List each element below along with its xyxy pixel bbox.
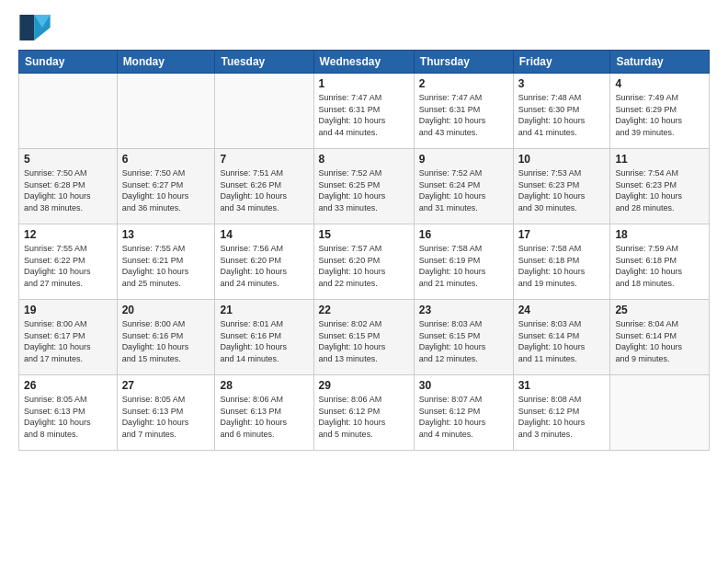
day-number: 28: [220, 379, 308, 392]
day-number: 22: [319, 304, 409, 316]
day-cell: [215, 74, 313, 149]
day-cell: 30Sunrise: 8:07 AM Sunset: 6:12 PM Dayli…: [414, 375, 513, 451]
weekday-header-sunday: Sunday: [19, 51, 118, 74]
day-cell: 14Sunrise: 7:56 AM Sunset: 6:20 PM Dayli…: [215, 224, 313, 300]
weekday-header-saturday: Saturday: [610, 51, 710, 74]
weekday-header-tuesday: Tuesday: [215, 51, 313, 74]
calendar: SundayMondayTuesdayWednesdayThursdayFrid…: [18, 50, 710, 451]
logo: [18, 15, 53, 40]
day-info: Sunrise: 7:53 AM Sunset: 6:23 PM Dayligh…: [518, 167, 606, 213]
day-number: 11: [615, 153, 704, 166]
day-number: 5: [24, 153, 112, 166]
day-info: Sunrise: 8:03 AM Sunset: 6:15 PM Dayligh…: [419, 318, 508, 364]
day-number: 8: [319, 153, 409, 166]
day-number: 25: [615, 304, 704, 316]
day-number: 23: [419, 304, 508, 316]
day-number: 13: [122, 228, 210, 241]
day-info: Sunrise: 7:50 AM Sunset: 6:28 PM Dayligh…: [24, 167, 112, 213]
day-cell: 21Sunrise: 8:01 AM Sunset: 6:16 PM Dayli…: [215, 300, 313, 375]
day-number: 15: [319, 228, 409, 241]
day-info: Sunrise: 8:01 AM Sunset: 6:16 PM Dayligh…: [220, 318, 308, 364]
day-number: 21: [220, 304, 308, 316]
day-info: Sunrise: 7:54 AM Sunset: 6:23 PM Dayligh…: [615, 167, 704, 213]
day-info: Sunrise: 8:00 AM Sunset: 6:16 PM Dayligh…: [122, 318, 210, 364]
day-cell: 9Sunrise: 7:52 AM Sunset: 6:24 PM Daylig…: [414, 149, 513, 224]
day-number: 16: [419, 228, 508, 241]
day-info: Sunrise: 8:05 AM Sunset: 6:13 PM Dayligh…: [24, 394, 112, 440]
day-number: 6: [122, 153, 210, 166]
day-cell: 25Sunrise: 8:04 AM Sunset: 6:14 PM Dayli…: [610, 300, 710, 375]
day-info: Sunrise: 7:50 AM Sunset: 6:27 PM Dayligh…: [122, 167, 210, 213]
day-info: Sunrise: 7:52 AM Sunset: 6:25 PM Dayligh…: [319, 167, 409, 213]
day-cell: 19Sunrise: 8:00 AM Sunset: 6:17 PM Dayli…: [19, 300, 118, 375]
day-number: 14: [220, 228, 308, 241]
day-info: Sunrise: 7:55 AM Sunset: 6:21 PM Dayligh…: [122, 243, 210, 289]
weekday-header-monday: Monday: [117, 51, 215, 74]
day-number: 7: [220, 153, 308, 166]
day-info: Sunrise: 8:07 AM Sunset: 6:12 PM Dayligh…: [419, 394, 508, 440]
day-info: Sunrise: 8:06 AM Sunset: 6:12 PM Dayligh…: [319, 394, 409, 440]
day-info: Sunrise: 7:47 AM Sunset: 6:31 PM Dayligh…: [419, 92, 508, 138]
day-cell: 26Sunrise: 8:05 AM Sunset: 6:13 PM Dayli…: [19, 375, 118, 451]
day-info: Sunrise: 8:02 AM Sunset: 6:15 PM Dayligh…: [319, 318, 409, 364]
day-number: 27: [122, 379, 210, 392]
day-number: 19: [24, 304, 112, 316]
day-cell: 17Sunrise: 7:58 AM Sunset: 6:18 PM Dayli…: [513, 224, 610, 300]
day-cell: 8Sunrise: 7:52 AM Sunset: 6:25 PM Daylig…: [313, 149, 414, 224]
day-info: Sunrise: 8:08 AM Sunset: 6:12 PM Dayligh…: [518, 394, 606, 440]
day-number: 18: [615, 228, 704, 241]
weekday-header-row: SundayMondayTuesdayWednesdayThursdayFrid…: [19, 51, 710, 74]
day-info: Sunrise: 7:51 AM Sunset: 6:26 PM Dayligh…: [220, 167, 308, 213]
day-info: Sunrise: 7:55 AM Sunset: 6:22 PM Dayligh…: [24, 243, 112, 289]
day-cell: 3Sunrise: 7:48 AM Sunset: 6:30 PM Daylig…: [513, 74, 610, 149]
day-cell: 6Sunrise: 7:50 AM Sunset: 6:27 PM Daylig…: [117, 149, 215, 224]
day-info: Sunrise: 8:03 AM Sunset: 6:14 PM Dayligh…: [518, 318, 606, 364]
day-cell: 7Sunrise: 7:51 AM Sunset: 6:26 PM Daylig…: [215, 149, 313, 224]
day-cell: 28Sunrise: 8:06 AM Sunset: 6:13 PM Dayli…: [215, 375, 313, 451]
week-row-2: 5Sunrise: 7:50 AM Sunset: 6:28 PM Daylig…: [19, 149, 710, 224]
day-cell: 11Sunrise: 7:54 AM Sunset: 6:23 PM Dayli…: [610, 149, 710, 224]
day-cell: 2Sunrise: 7:47 AM Sunset: 6:31 PM Daylig…: [414, 74, 513, 149]
day-cell: 16Sunrise: 7:58 AM Sunset: 6:19 PM Dayli…: [414, 224, 513, 300]
day-info: Sunrise: 7:58 AM Sunset: 6:19 PM Dayligh…: [419, 243, 508, 289]
week-row-4: 19Sunrise: 8:00 AM Sunset: 6:17 PM Dayli…: [19, 300, 710, 375]
day-cell: 1Sunrise: 7:47 AM Sunset: 6:31 PM Daylig…: [313, 74, 414, 149]
day-info: Sunrise: 7:48 AM Sunset: 6:30 PM Dayligh…: [518, 92, 606, 138]
day-info: Sunrise: 8:04 AM Sunset: 6:14 PM Dayligh…: [615, 318, 704, 364]
day-number: 10: [518, 153, 606, 166]
day-info: Sunrise: 7:58 AM Sunset: 6:18 PM Dayligh…: [518, 243, 606, 289]
day-cell: 12Sunrise: 7:55 AM Sunset: 6:22 PM Dayli…: [19, 224, 118, 300]
day-number: 17: [518, 228, 606, 241]
weekday-header-friday: Friday: [513, 51, 610, 74]
svg-rect-0: [19, 15, 34, 40]
day-number: 12: [24, 228, 112, 241]
day-cell: [19, 74, 118, 149]
day-number: 1: [319, 77, 409, 90]
page: SundayMondayTuesdayWednesdayThursdayFrid…: [0, 0, 728, 462]
day-number: 2: [419, 77, 508, 90]
day-cell: 31Sunrise: 8:08 AM Sunset: 6:12 PM Dayli…: [513, 375, 610, 451]
day-cell: 24Sunrise: 8:03 AM Sunset: 6:14 PM Dayli…: [513, 300, 610, 375]
day-info: Sunrise: 7:47 AM Sunset: 6:31 PM Dayligh…: [319, 92, 409, 138]
week-row-1: 1Sunrise: 7:47 AM Sunset: 6:31 PM Daylig…: [19, 74, 710, 149]
logo-icon: [18, 15, 51, 40]
day-cell: 10Sunrise: 7:53 AM Sunset: 6:23 PM Dayli…: [513, 149, 610, 224]
day-info: Sunrise: 8:06 AM Sunset: 6:13 PM Dayligh…: [220, 394, 308, 440]
day-number: 29: [319, 379, 409, 392]
day-cell: 5Sunrise: 7:50 AM Sunset: 6:28 PM Daylig…: [19, 149, 118, 224]
day-number: 3: [518, 77, 606, 90]
day-info: Sunrise: 7:56 AM Sunset: 6:20 PM Dayligh…: [220, 243, 308, 289]
day-info: Sunrise: 8:05 AM Sunset: 6:13 PM Dayligh…: [122, 394, 210, 440]
day-number: 20: [122, 304, 210, 316]
day-info: Sunrise: 8:00 AM Sunset: 6:17 PM Dayligh…: [24, 318, 112, 364]
day-info: Sunrise: 7:57 AM Sunset: 6:20 PM Dayligh…: [319, 243, 409, 289]
day-number: 9: [419, 153, 508, 166]
day-number: 31: [518, 379, 606, 392]
header: [18, 15, 710, 40]
day-cell: 15Sunrise: 7:57 AM Sunset: 6:20 PM Dayli…: [313, 224, 414, 300]
day-cell: 4Sunrise: 7:49 AM Sunset: 6:29 PM Daylig…: [610, 74, 710, 149]
day-cell: 20Sunrise: 8:00 AM Sunset: 6:16 PM Dayli…: [117, 300, 215, 375]
day-cell: 29Sunrise: 8:06 AM Sunset: 6:12 PM Dayli…: [313, 375, 414, 451]
week-row-5: 26Sunrise: 8:05 AM Sunset: 6:13 PM Dayli…: [19, 375, 710, 451]
day-number: 4: [615, 77, 704, 90]
